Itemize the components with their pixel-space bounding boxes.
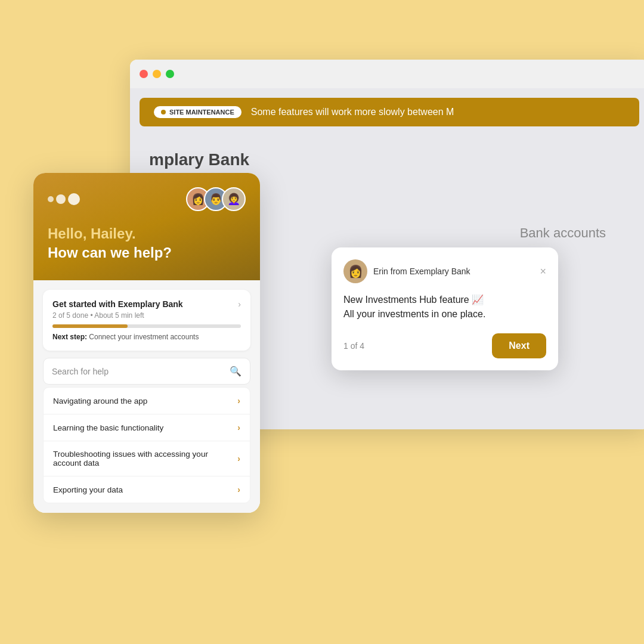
maintenance-badge-text: SITE MAINTENANCE <box>169 109 234 116</box>
bank-title: mplary Bank <box>149 150 630 169</box>
popup-agent: 👩 Erin from Exemplary Bank <box>343 259 470 283</box>
list-item[interactable]: Navigating around the app › <box>44 388 250 414</box>
notification-popup: 👩 Erin from Exemplary Bank × New Investm… <box>332 247 558 370</box>
agent-avatar: 👩 <box>343 259 367 283</box>
progress-card-title: Get started with Exemplary Bank <box>52 299 183 309</box>
help-subgreeting: How can we help? <box>48 244 246 261</box>
chevron-right-icon: › <box>237 396 240 405</box>
progress-bar-fill <box>52 324 128 328</box>
list-item-text: Troubleshooting issues with accessing yo… <box>53 450 237 467</box>
list-item-text: Navigating around the app <box>53 397 237 405</box>
browser-titlebar <box>130 60 644 88</box>
search-bar[interactable]: Search for help 🔍 <box>43 358 250 385</box>
chevron-right-icon: › <box>237 454 240 463</box>
avatar-group: 👩 👨 👩‍🦱 <box>186 187 246 211</box>
popup-message-line1: New Investments Hub feature 📈 <box>343 293 546 307</box>
next-step-value: Connect your investment accounts <box>89 333 199 341</box>
logo-dot-3 <box>68 193 80 205</box>
avatar-3: 👩‍🦱 <box>222 187 246 211</box>
chevron-right-icon: › <box>237 485 240 494</box>
help-header: 👩 👨 👩‍🦱 Hello, Hailey. How can we help? <box>33 173 260 280</box>
progress-bar-track <box>52 324 241 328</box>
next-step-label: Next step: <box>52 333 87 341</box>
popup-header: 👩 Erin from Exemplary Bank × <box>343 259 546 283</box>
help-body: Get started with Exemplary Bank › 2 of 5… <box>33 280 260 513</box>
list-item-text: Exporting your data <box>53 485 237 494</box>
progress-next-step: Next step: Connect your investment accou… <box>52 333 241 341</box>
maintenance-dot <box>161 110 166 114</box>
progress-card-meta: 2 of 5 done • About 5 min left <box>52 311 241 320</box>
logo-dot-2 <box>56 194 66 204</box>
page-background: SITE MAINTENANCE Some features will work… <box>0 0 644 644</box>
maximize-dot[interactable] <box>166 70 174 78</box>
next-button[interactable]: Next <box>492 333 546 358</box>
help-header-top: 👩 👨 👩‍🦱 <box>48 187 246 211</box>
maintenance-message: Some features will work more slowly betw… <box>251 107 454 117</box>
help-greeting: Hello, Hailey. <box>48 225 246 242</box>
close-icon[interactable]: × <box>540 266 546 277</box>
chevron-right-icon: › <box>237 423 240 432</box>
list-item[interactable]: Learning the basic functionality › <box>44 414 250 441</box>
close-dot[interactable] <box>140 70 148 78</box>
popup-footer: 1 of 4 Next <box>343 333 546 358</box>
help-widget: 👩 👨 👩‍🦱 Hello, Hailey. How can we help? … <box>33 173 260 513</box>
search-placeholder: Search for help <box>52 367 109 376</box>
list-item[interactable]: Troubleshooting issues with accessing yo… <box>44 441 250 476</box>
list-item-text: Learning the basic functionality <box>53 423 237 432</box>
popup-counter: 1 of 4 <box>343 341 364 351</box>
popup-message: New Investments Hub feature 📈 All your i… <box>343 293 546 321</box>
maintenance-badge: SITE MAINTENANCE <box>154 106 242 118</box>
maintenance-banner: SITE MAINTENANCE Some features will work… <box>140 98 639 126</box>
help-list: Navigating around the app › Learning the… <box>43 387 250 503</box>
agent-name: Erin from Exemplary Bank <box>373 267 470 276</box>
progress-chevron-icon: › <box>238 299 241 309</box>
popup-message-line2: All your investments in one place. <box>343 307 546 321</box>
logo-dot-1 <box>48 196 54 202</box>
logo-dots <box>48 193 80 205</box>
search-icon: 🔍 <box>230 366 242 377</box>
progress-card[interactable]: Get started with Exemplary Bank › 2 of 5… <box>43 290 250 351</box>
minimize-dot[interactable] <box>153 70 161 78</box>
progress-card-header: Get started with Exemplary Bank › <box>52 299 241 309</box>
list-item[interactable]: Exporting your data › <box>44 476 250 503</box>
